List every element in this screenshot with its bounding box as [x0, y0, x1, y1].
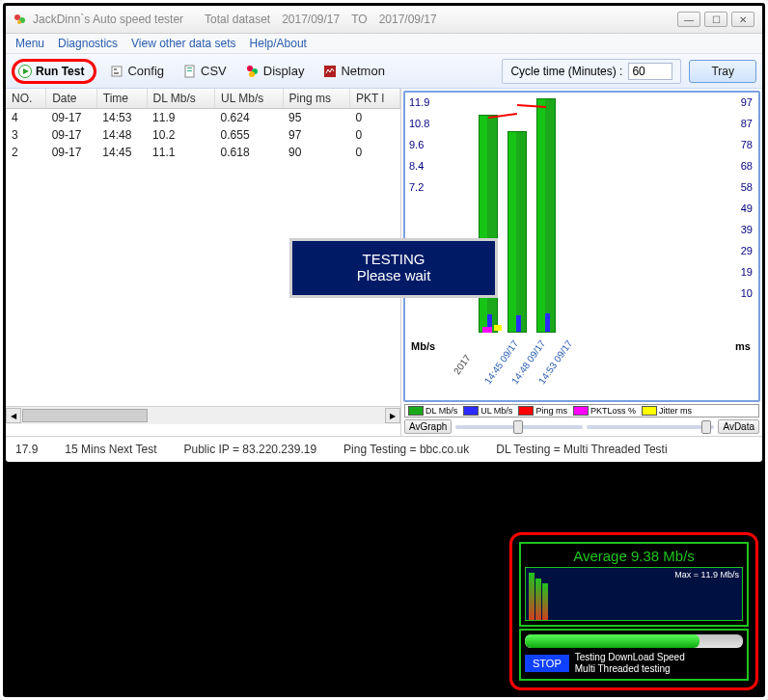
menu-view-datasets[interactable]: View other data sets: [131, 37, 236, 50]
chart-legend: DL Mb/s UL Mb/s Ping ms PKTLoss % Jitter…: [404, 404, 759, 417]
table-row[interactable]: 309-1714:4810.20.655970: [6, 126, 400, 144]
status-ping-target: Ping Testing = bbc.co.uk: [343, 443, 469, 456]
dataset-label: Total dataset: [205, 13, 270, 26]
left-axis-label: Mb/s: [411, 340, 435, 352]
svg-point-2: [17, 20, 21, 24]
csv-icon: [183, 65, 197, 78]
chart-slider-left[interactable]: [455, 425, 583, 429]
status-next-test: 15 Mins Next Test: [65, 443, 156, 456]
menu-help-about[interactable]: Help/About: [250, 37, 307, 50]
titlebar: JackDinn`s Auto speed tester Total datas…: [6, 6, 762, 34]
menu-menu[interactable]: Menu: [15, 37, 44, 50]
menu-diagnostics[interactable]: Diagnostics: [58, 37, 118, 50]
svg-rect-9: [187, 67, 192, 68]
col-dl[interactable]: DL Mb/s: [147, 89, 215, 109]
app-icon: [14, 13, 27, 26]
config-button[interactable]: Config: [104, 62, 170, 80]
y-axis-right: 97877868584939291910: [741, 96, 753, 309]
gauge-title: Average 9.38 Mb/s: [525, 548, 743, 564]
col-date[interactable]: Date: [46, 89, 97, 109]
run-test-label: Run Test: [36, 65, 84, 78]
netmon-icon: [323, 65, 337, 78]
date-to: 2017/09/17: [379, 13, 437, 26]
col-ul[interactable]: UL Mb/s: [215, 89, 284, 109]
svg-point-11: [247, 66, 253, 71]
chart-slider-right[interactable]: [587, 425, 714, 429]
col-no[interactable]: NO.: [6, 89, 46, 109]
results-table: NO. Date Time DL Mb/s UL Mb/s Ping ms PK…: [6, 89, 400, 161]
maximize-button[interactable]: ☐: [704, 12, 727, 27]
scroll-right-icon[interactable]: ▶: [385, 408, 400, 423]
svg-point-0: [14, 14, 20, 20]
app-title: JackDinn`s Auto speed tester: [33, 13, 183, 26]
testing-overlay: TESTING Please wait: [289, 238, 498, 298]
table-row[interactable]: 409-1714:5311.90.624950: [6, 109, 400, 127]
table-row[interactable]: 209-1714:4511.10.618900: [6, 144, 400, 161]
scroll-left-icon[interactable]: ◀: [6, 408, 21, 423]
year-label: 2017: [452, 353, 473, 377]
table-hscroll[interactable]: ◀ ▶: [6, 407, 400, 424]
cycle-time-group: Cycle time (Minutes) :: [502, 59, 681, 84]
cycle-label: Cycle time (Minutes) :: [510, 65, 622, 78]
date-from: 2017/09/17: [282, 13, 340, 26]
status-dl-mode: DL Testing = Multi Threaded Testi: [496, 443, 667, 456]
svg-point-13: [249, 71, 255, 77]
gauge-max: Max = 11.9 Mb/s: [674, 570, 739, 579]
display-button[interactable]: Display: [240, 62, 311, 80]
stop-button[interactable]: STOP: [525, 655, 569, 672]
col-ping[interactable]: Ping ms: [283, 89, 349, 109]
scroll-thumb[interactable]: [22, 409, 148, 422]
csv-button[interactable]: CSV: [178, 62, 233, 80]
svg-rect-7: [114, 72, 119, 74]
cycle-input[interactable]: [628, 63, 672, 80]
config-icon: [110, 65, 123, 78]
minimize-button[interactable]: —: [677, 12, 700, 27]
run-test-button[interactable]: Run Test: [12, 59, 96, 84]
gauge-graph: Max = 11.9 Mb/s: [525, 567, 743, 621]
col-pkt[interactable]: PKT l: [350, 89, 400, 109]
avdata-button[interactable]: AvData: [718, 419, 759, 434]
netmon-button[interactable]: Netmon: [317, 62, 391, 80]
right-axis-label: ms: [735, 340, 751, 352]
tray-button[interactable]: Tray: [689, 60, 756, 83]
status-bar: 17.9 15 Mins Next Test Public IP = 83.22…: [6, 436, 762, 462]
close-button[interactable]: ✕: [731, 12, 754, 27]
gauge-status: Testing DownLoad Speed Multi Threaded te…: [575, 652, 685, 675]
svg-rect-10: [187, 70, 192, 71]
avgraph-button[interactable]: AvGraph: [404, 419, 452, 434]
gauge-progress: [525, 634, 743, 648]
svg-rect-5: [112, 67, 122, 76]
play-icon: [18, 65, 32, 78]
toolbar: Run Test Config CSV Display Netmon Cycle…: [6, 54, 762, 89]
svg-rect-6: [114, 68, 117, 70]
date-to-word: TO: [351, 13, 367, 26]
col-time[interactable]: Time: [96, 89, 147, 109]
status-public-ip: Public IP = 83.220.239.19: [184, 443, 317, 456]
display-icon: [246, 65, 260, 78]
status-val1: 17.9: [15, 443, 38, 456]
gauge-popup: Average 9.38 Mb/s Max = 11.9 Mb/s STOP T…: [509, 532, 758, 690]
menubar: Menu Diagnostics View other data sets He…: [6, 34, 762, 54]
